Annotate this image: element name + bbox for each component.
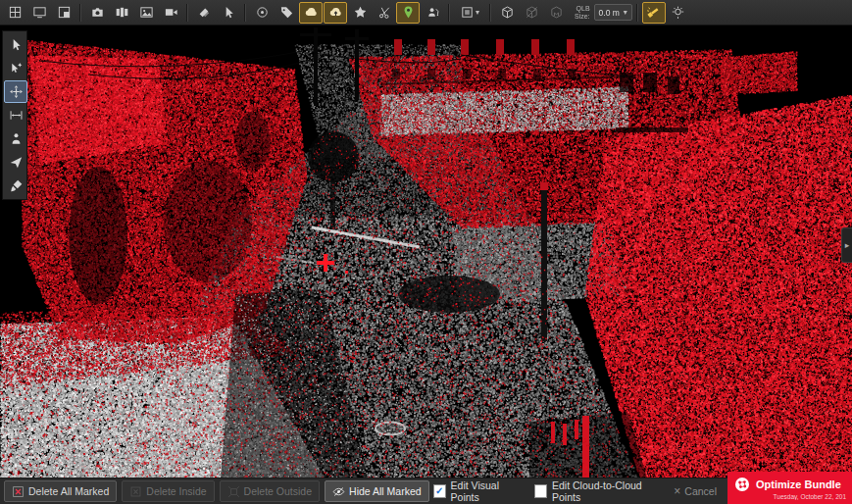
delete-outside-button: Delete Outside: [220, 480, 320, 502]
flashlight-button[interactable]: [642, 2, 666, 24]
cancel-label: Cancel: [684, 485, 717, 497]
cube-icon: [500, 5, 515, 20]
point-cloud-viewport[interactable]: [0, 25, 852, 478]
bottom-bar: Delete All MarkedDelete InsideDelete Out…: [0, 478, 852, 504]
pin-button[interactable]: [396, 2, 420, 24]
chevron-down-icon: ▾: [624, 8, 627, 17]
cube-off-icon: [525, 5, 539, 20]
optimize-bundle-icon: [734, 477, 750, 492]
checkbox-unchecked-icon: [534, 484, 547, 498]
cursor-icon: [9, 37, 24, 52]
star-icon: [353, 5, 368, 20]
viewport: ▸: [0, 25, 852, 478]
toolbar-group: [85, 2, 182, 24]
button-label: Delete Inside: [146, 485, 206, 497]
qlb-size-label: QLBSize:: [575, 5, 590, 20]
video-icon: [164, 5, 178, 20]
paint-select-tool[interactable]: [4, 175, 27, 197]
edit-visual-points-checkbox[interactable]: ✓Edit Visual Points: [433, 479, 524, 503]
panorama-icon: [115, 5, 129, 20]
bottom-buttons: Delete All MarkedDelete InsideDelete Out…: [4, 480, 433, 502]
edit-cloud-to-cloud-checkbox[interactable]: Edit Cloud-to-Cloud Points: [534, 479, 663, 503]
application-window: ▾QLBSize:0.0 m▾ ▸ Delete All MarkedDelet…: [0, 0, 852, 504]
toolbar-separator: [636, 4, 638, 22]
pan-tool[interactable]: [4, 80, 27, 103]
cloud-upload-button[interactable]: [324, 2, 347, 24]
optimize-bundle-button[interactable]: Optimize Bundle Tuesday, October 22, 201: [727, 472, 852, 504]
toolbar-separator: [244, 4, 246, 22]
cloud-icon: [304, 5, 319, 20]
light-icon: [671, 5, 685, 20]
image-button[interactable]: [134, 2, 158, 24]
optimize-bundle-label: Optimize Bundle: [756, 479, 841, 490]
select-plus-icon: [9, 61, 24, 76]
target-icon: [255, 5, 270, 20]
preview-button[interactable]: [52, 2, 75, 24]
screen-icon: [32, 5, 47, 20]
cube-off-button: [520, 2, 543, 24]
dart-icon: [9, 155, 24, 170]
grid-icon: [8, 5, 23, 20]
qlb-size-select[interactable]: 0.0 m▾: [594, 4, 632, 21]
close-icon: ×: [674, 485, 680, 497]
button-label: Delete All Marked: [28, 485, 109, 497]
toolbar-group: [396, 2, 444, 24]
cursor-icon: [222, 5, 236, 20]
star-button[interactable]: [348, 2, 372, 24]
chevron-down-icon: ▾: [476, 8, 479, 17]
measure-tool[interactable]: [4, 104, 27, 126]
toolbar-group: [3, 2, 75, 24]
delete-outside-icon: [227, 485, 240, 498]
toolbar-group: [250, 2, 396, 24]
flashlight-icon: [646, 5, 661, 20]
checkbox-label: Edit Cloud-to-Cloud Points: [552, 479, 663, 503]
chevron-right-icon: ▸: [845, 240, 850, 250]
person-view-tool[interactable]: [4, 127, 27, 150]
select-plus-tool[interactable]: [4, 57, 27, 79]
panorama-button[interactable]: [110, 2, 133, 24]
camera-button[interactable]: [85, 2, 109, 24]
cube-button[interactable]: [495, 2, 519, 24]
toolbar-group: ▾: [454, 2, 485, 24]
point-cloud-button[interactable]: [299, 2, 323, 24]
viewbox-icon: [460, 5, 475, 20]
cube-m-button: [544, 2, 568, 24]
target-button[interactable]: [250, 2, 274, 24]
measure-icon: [9, 108, 24, 123]
delete-inside-icon: [129, 485, 142, 498]
pick-button[interactable]: [217, 2, 240, 24]
status-date: Tuesday, October 22, 201: [734, 493, 846, 500]
user-rotate-button[interactable]: [421, 2, 444, 24]
toolbar-separator: [79, 4, 81, 22]
select-tool[interactable]: [4, 33, 27, 56]
video-button[interactable]: [159, 2, 182, 24]
cancel-button: × Cancel: [674, 485, 717, 497]
view-mode-dropdown[interactable]: ▾: [454, 2, 485, 24]
person-icon: [9, 131, 24, 146]
cut-button[interactable]: [373, 2, 396, 24]
pin-icon: [401, 5, 416, 20]
qlb-size-value: 0.0 m: [599, 8, 620, 18]
project-grid-button[interactable]: [3, 2, 26, 24]
toolbar-group: [192, 2, 240, 24]
hide-marked-icon: [332, 485, 345, 498]
delete-all-marked-button[interactable]: Delete All Marked: [4, 480, 117, 502]
eraser-icon: [197, 5, 212, 20]
right-panel-expander[interactable]: ▸: [841, 227, 852, 263]
delete-marked-icon: [12, 485, 25, 498]
top-toolbar: ▾QLBSize:0.0 m▾: [0, 0, 852, 25]
move-icon: [9, 84, 24, 99]
cube-m-icon: [549, 5, 564, 20]
tag-button[interactable]: [275, 2, 298, 24]
button-label: Delete Outside: [244, 485, 312, 497]
button-label: Hide All Marked: [349, 485, 422, 497]
light-button[interactable]: [667, 2, 690, 24]
navigate-tool[interactable]: [4, 151, 27, 174]
preview-icon: [57, 5, 72, 20]
eraser-button[interactable]: [192, 2, 216, 24]
toolbar-group: [642, 2, 690, 24]
cut-icon: [377, 5, 392, 20]
hide-all-marked-button[interactable]: Hide All Marked: [325, 480, 429, 502]
checkbox-group: ✓Edit Visual PointsEdit Cloud-to-Cloud P…: [433, 479, 664, 503]
display-button[interactable]: [27, 2, 51, 24]
